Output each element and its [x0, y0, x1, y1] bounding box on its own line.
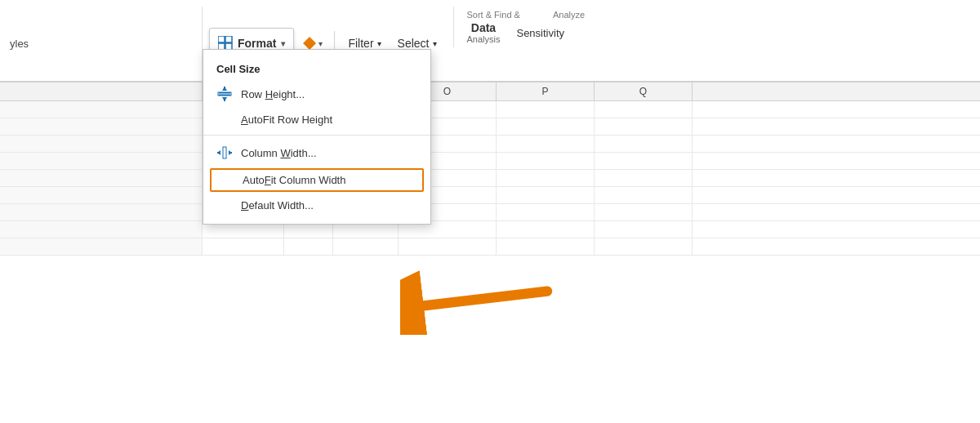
analysis-label-text: Analysis [467, 34, 501, 44]
cell-p1[interactable] [497, 101, 595, 118]
cell-q5[interactable] [595, 170, 693, 186]
cell-p2[interactable] [497, 118, 595, 135]
cell-k9[interactable] [284, 238, 333, 255]
autofit-row-item[interactable]: AutoFit Row Height [203, 108, 430, 131]
cell-o9[interactable] [399, 238, 497, 255]
sheet-row-1 [0, 101, 980, 118]
ribbon-left-section: yles [0, 7, 203, 81]
col-header-q: Q [595, 82, 693, 100]
cell-p5[interactable] [497, 170, 595, 186]
format-chevron-icon: ▾ [281, 39, 285, 48]
row-height-item[interactable]: Row Height... [203, 80, 430, 108]
default-width-item[interactable]: Default Width... [203, 194, 430, 217]
data-label: Data [471, 21, 496, 34]
row-num-2 [0, 118, 203, 135]
row-num-1 [0, 101, 203, 118]
row-num-7 [0, 204, 203, 220]
sheet-row-9 [0, 238, 980, 256]
cell-p3[interactable] [497, 136, 595, 152]
sort-find-label: Sort & Find & [467, 10, 520, 20]
row-num-9 [0, 238, 203, 255]
sheet-area [0, 101, 980, 256]
autofit-col-item[interactable]: AutoFit Column Width [210, 168, 424, 192]
col-width-icon [216, 145, 233, 161]
cell-p8[interactable] [497, 221, 595, 238]
select-label: Select [398, 37, 430, 50]
format-dropdown-menu: Cell Size Row Height... AutoFit Ro [203, 49, 431, 225]
filter-chevron-icon: ▾ [377, 39, 381, 48]
cell-q2[interactable] [595, 118, 693, 135]
analyze-label: Analyze [553, 10, 585, 20]
default-width-label: Default Width... [241, 199, 314, 212]
filter-label: Filter [348, 37, 373, 50]
col-header-p: P [497, 82, 595, 100]
sheet-row-6 [0, 187, 980, 204]
autofit-col-label: AutoFit Column Width [243, 174, 345, 186]
sensitivity-label: Sensitivity [516, 27, 564, 39]
col-width-item[interactable]: Column Width... [203, 139, 430, 167]
svg-rect-9 [224, 87, 225, 91]
cell-q6[interactable] [595, 187, 693, 203]
cell-q9[interactable] [595, 238, 693, 255]
cell-p4[interactable] [497, 153, 595, 169]
cell-p7[interactable] [497, 204, 595, 220]
sheet-row-5 [0, 170, 980, 187]
svg-line-18 [424, 292, 547, 306]
cell-q4[interactable] [595, 153, 693, 169]
autofit-row-label: AutoFit Row Height [241, 114, 332, 126]
cell-p6[interactable] [497, 187, 595, 203]
eraser-chevron: ▾ [318, 39, 323, 48]
top-partial-row [209, 13, 443, 28]
sheet-row-7 [0, 204, 980, 221]
arrow-annotation [400, 269, 564, 335]
row-height-icon [216, 86, 233, 102]
cell-p9[interactable] [497, 238, 595, 255]
styles-label: yles [10, 38, 29, 50]
right-ribbon-section: Sort & Find & Analyze Data Analysis Sens… [453, 7, 631, 47]
cell-j9[interactable] [203, 238, 284, 255]
row-num-4 [0, 153, 203, 169]
ribbon-section-buttons: Data Analysis Sensitivity [467, 21, 618, 44]
sheet-row-8 [0, 221, 980, 238]
sheet-row-4 [0, 153, 980, 170]
cell-q8[interactable] [595, 221, 693, 238]
cell-size-header: Cell Size [203, 56, 430, 80]
cell-n9[interactable] [333, 238, 399, 255]
row-num-5 [0, 170, 203, 186]
cell-q7[interactable] [595, 204, 693, 220]
svg-rect-15 [217, 152, 220, 154]
column-headers: J K N O P Q [0, 82, 980, 101]
format-button-label: Format [238, 37, 276, 50]
row-num-8 [0, 221, 203, 238]
row-height-label: Row Height... [241, 88, 305, 100]
ribbon: yles Format ▾ [0, 0, 980, 82]
page-wrapper: yles Format ▾ [0, 0, 980, 423]
row-num-3 [0, 136, 203, 152]
data-section: Data Analysis [467, 21, 501, 44]
select-chevron-icon: ▾ [433, 39, 437, 48]
sheet-row-2 [0, 118, 980, 136]
svg-rect-16 [229, 152, 232, 154]
menu-divider-1 [203, 135, 430, 136]
sensitivity-section: Sensitivity [516, 27, 564, 39]
col-width-label: Column Width... [241, 147, 317, 159]
svg-rect-1 [225, 36, 232, 42]
cell-q1[interactable] [595, 101, 693, 118]
row-number-col-spacer [0, 82, 203, 100]
svg-marker-4 [303, 37, 316, 50]
cell-q3[interactable] [595, 136, 693, 152]
row-num-6 [0, 187, 203, 203]
svg-rect-0 [218, 36, 225, 42]
ribbon-top-labels: Sort & Find & Analyze [467, 10, 618, 21]
svg-rect-12 [223, 147, 226, 158]
svg-rect-10 [224, 97, 225, 101]
sheet-row-3 [0, 136, 980, 153]
